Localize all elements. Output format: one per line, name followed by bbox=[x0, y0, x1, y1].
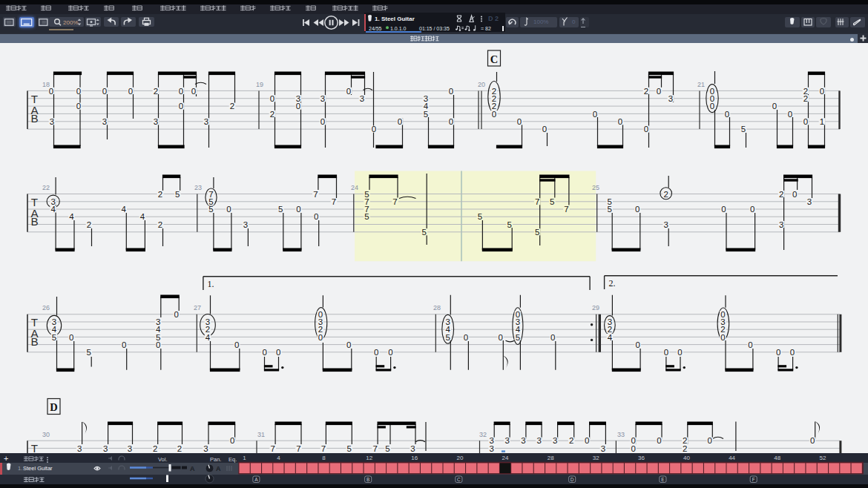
svg-text:40: 40 bbox=[683, 455, 690, 461]
svg-text:B: B bbox=[366, 477, 369, 482]
svg-text:24: 24 bbox=[502, 455, 509, 461]
svg-text:44: 44 bbox=[729, 455, 735, 461]
svg-text:36: 36 bbox=[638, 455, 645, 461]
svg-text:16: 16 bbox=[411, 455, 418, 461]
svg-text:48: 48 bbox=[774, 455, 780, 461]
svg-text:52: 52 bbox=[819, 455, 826, 461]
svg-text:4: 4 bbox=[277, 455, 280, 461]
svg-text:8: 8 bbox=[322, 455, 326, 461]
svg-text:20: 20 bbox=[456, 455, 463, 461]
svg-text:D: D bbox=[571, 477, 574, 482]
svg-text:12: 12 bbox=[366, 455, 372, 461]
svg-text:1: 1 bbox=[243, 455, 246, 461]
svg-text:C: C bbox=[457, 477, 461, 482]
svg-text:F: F bbox=[752, 477, 755, 482]
svg-text:A: A bbox=[254, 477, 258, 482]
svg-text:32: 32 bbox=[593, 455, 599, 461]
svg-text:E: E bbox=[661, 477, 665, 482]
svg-text:28: 28 bbox=[548, 455, 554, 461]
